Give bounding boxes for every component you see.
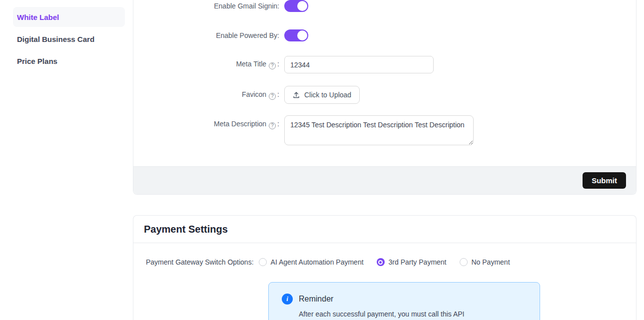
payment-settings-title: Payment Settings [144,224,228,235]
radio-unchecked-icon [259,258,267,266]
payment-gateway-options-label: Payment Gateway Switch Options: [146,258,254,266]
white-label-card: Enable Gmail Signin: Enable Powered By: … [133,0,637,195]
payment-gateway-radio-group: AI Agent Automation Payment 3rd Party Pa… [259,258,523,266]
toggle-knob [297,1,307,11]
meta-description-label: Meta Description?: [133,115,284,129]
white-label-form: Enable Gmail Signin: Enable Powered By: … [133,0,636,166]
payment-settings-card: Payment Settings Payment Gateway Switch … [133,215,637,320]
radio-ai-agent-automation-payment[interactable]: AI Agent Automation Payment [259,258,364,266]
payment-settings-header: Payment Settings [133,216,636,243]
reminder-header: i Reminder [282,294,528,305]
favicon-row: Favicon?: Click to Upload [133,86,636,104]
gmail-signin-label: Enable Gmail Signin: [133,2,284,10]
radio-unchecked-icon [460,258,468,266]
favicon-upload-button[interactable]: Click to Upload [284,86,360,104]
payment-gateway-row: Payment Gateway Switch Options: AI Agent… [146,258,636,266]
meta-description-textarea[interactable]: 12345 Test Description Test Description … [284,115,474,145]
sidebar-item-white-label[interactable]: White Label [13,7,125,27]
upload-icon [293,91,300,98]
favicon-label: Favicon?: [133,90,284,100]
question-circle-icon[interactable]: ? [269,62,276,69]
radio-label: 3rd Party Payment [389,258,447,266]
reminder-description: After each successful payment, you must … [299,310,528,318]
sidebar-item-digital-business-card[interactable]: Digital Business Card [13,29,125,49]
toggle-knob [297,30,307,40]
main-content: Enable Gmail Signin: Enable Powered By: … [133,0,637,320]
powered-by-label: Enable Powered By: [133,31,284,39]
submit-button[interactable]: Submit [583,172,626,189]
meta-title-label: Meta Title?: [133,60,284,69]
sidebar-item-label: White Label [17,13,59,21]
upload-button-label: Click to Upload [304,91,351,99]
meta-title-row: Meta Title?: [133,56,636,73]
settings-sidebar: White Label Digital Business Card Price … [13,7,125,73]
reminder-title: Reminder [299,295,333,304]
reminder-alert: i Reminder After each successful payment… [268,282,540,320]
radio-no-payment[interactable]: No Payment [460,258,510,266]
question-circle-icon[interactable]: ? [269,122,276,129]
radio-checked-icon [377,258,385,266]
meta-title-input[interactable] [284,56,434,73]
powered-by-row: Enable Powered By: [133,29,636,41]
sidebar-item-label: Price Plans [17,57,57,65]
sidebar-item-price-plans[interactable]: Price Plans [13,51,125,71]
radio-label: No Payment [472,258,510,266]
meta-description-row: Meta Description?: 12345 Test Descriptio… [133,115,636,145]
sidebar-item-label: Digital Business Card [17,35,94,43]
question-circle-icon[interactable]: ? [269,93,276,100]
radio-3rd-party-payment[interactable]: 3rd Party Payment [377,258,447,266]
form-footer: Submit [133,166,636,194]
gmail-signin-toggle[interactable] [284,0,308,12]
gmail-signin-row: Enable Gmail Signin: [133,0,636,12]
radio-label: AI Agent Automation Payment [271,258,364,266]
info-icon: i [282,294,293,305]
powered-by-toggle[interactable] [284,29,308,41]
payment-settings-body: Payment Gateway Switch Options: AI Agent… [133,243,636,320]
